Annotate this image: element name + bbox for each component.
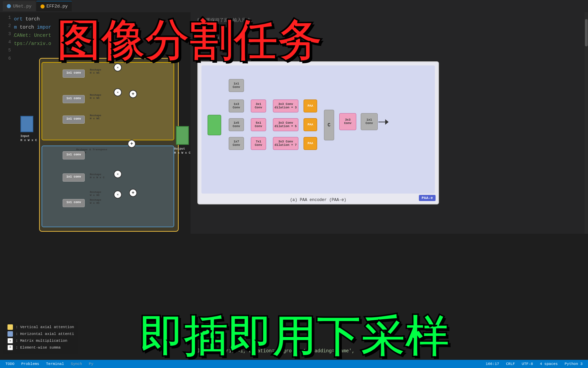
- scrollbar[interactable]: [585, 12, 588, 234]
- status-crlf: CRLF: [506, 362, 515, 366]
- paa-5x1-conv: 5x1Conv: [251, 118, 266, 131]
- status-python: Python 3: [565, 362, 583, 366]
- legend-color-yellow: [7, 324, 13, 330]
- status-right: 166:17 CRLF UTF-8 4 spaces Python 3: [486, 362, 583, 366]
- code-line-2: from torch impor: [0, 23, 191, 31]
- reshape-hwc-2: ReshapeH x WC: [90, 93, 101, 99]
- legend-text-3: : Matrix multiplication: [16, 339, 67, 343]
- paa-7x1-conv: 7x1Conv: [251, 137, 266, 150]
- paa-1x1-conv-top: 1x1Conv: [229, 79, 244, 92]
- bottom-code-text: l_size, stride=1, dilation=1, groups=1, …: [197, 348, 355, 354]
- legend-color-plus: +: [7, 345, 13, 350]
- legend-item-3: ✕ : Matrix multiplication: [7, 338, 74, 343]
- code-line-4: #https://arxiv.o: [0, 40, 191, 48]
- tab-eff2d[interactable]: EFF2d.py: [36, 1, 72, 11]
- conv-box-y1: 1x1 conv: [63, 70, 85, 78]
- paa-3x1-conv-r1: 3x1Conv: [251, 99, 266, 112]
- status-utf8: UTF-8: [522, 362, 533, 366]
- diagram-main: 1x1 conv 1x1 conv 1x1 conv ReshapeH x WC…: [39, 58, 179, 232]
- conv-box-y3: 1x1 conv: [63, 116, 85, 124]
- input-label: InputH x W x C: [20, 135, 37, 142]
- paa-paa-r2: PAA: [304, 118, 317, 131]
- status-position: 166:17: [486, 362, 499, 366]
- paa-inner: 1x1Conv 1x3Conv 3x1Conv 3x3 Convdilation…: [201, 65, 435, 194]
- legend-item-1: : Vertical axial attention: [7, 324, 74, 330]
- paa-1x3-conv: 1x3Conv: [229, 99, 244, 112]
- paa-3x3-dil3: 3x3 Convdilation = 3: [273, 99, 298, 112]
- paa-caption: (a) PAA encoder (PAA-e): [198, 198, 438, 202]
- paa-1x5-conv: 1x5Conv: [229, 118, 244, 131]
- section-yellow: 1x1 conv 1x1 conv 1x1 conv ReshapeH x WC…: [42, 62, 174, 140]
- status-bar: TODO Problems Terminal Synch Py 166:17 C…: [0, 360, 588, 368]
- tab-unet-icon: [7, 4, 11, 8]
- conv-box-b1: 1x1 conv: [63, 151, 85, 159]
- conv-box-b2: 1x1 conv: [63, 173, 85, 182]
- scrollbar-thumb[interactable]: [585, 19, 588, 46]
- line-numbers: 1 2 3 4 5 6: [0, 12, 14, 67]
- tab-eff2d-label: EFF2d.py: [47, 4, 68, 9]
- legend-item-4: + : Element-wise summa: [7, 345, 74, 350]
- diagram-left: 1x1 conv 1x1 conv 1x1 conv ReshapeH x WC…: [19, 58, 185, 242]
- reshape-b3: ReshapeW x HC: [90, 198, 101, 204]
- status-py: Py: [89, 362, 93, 366]
- paa-diagram: 1x1Conv 1x3Conv 3x1Conv 3x3 Convdilation…: [197, 61, 439, 204]
- status-spaces: 4 spaces: [540, 362, 558, 366]
- op-plus-b1: +: [129, 189, 137, 197]
- op-x-b1: ✕: [114, 170, 122, 178]
- output-cube: [176, 126, 189, 145]
- reshape-hwc-1: ReshapeH x WC: [90, 68, 101, 74]
- op-plus-center: +: [128, 140, 136, 148]
- legend-text-2: : Horizontal axial attenti: [16, 332, 74, 336]
- reshape-hwc-3: ReshapeH x WC: [90, 114, 101, 120]
- paa-1x7-conv: 1x7Conv: [229, 137, 244, 150]
- bottom-code-line: l_size, stride=1, dilation=1, groups=1, …: [191, 346, 588, 356]
- input-cube: [20, 116, 33, 132]
- legend-color-blue: [7, 331, 13, 337]
- keyword-impor: impor: [37, 25, 51, 30]
- status-todo[interactable]: TODO: [5, 362, 14, 366]
- output-label: OutputH x W x C: [174, 147, 191, 155]
- tab-unet-label: UNet.py: [13, 4, 32, 9]
- paa-3x3-conv-out: 3x3Conv: [339, 113, 356, 130]
- code-line-1: import torch: [0, 15, 191, 23]
- code-from-torch: torch: [17, 25, 37, 30]
- code-line-3: #UACANet: Uncert: [0, 31, 191, 40]
- paa-input: [208, 115, 221, 135]
- op-plus-1: +: [129, 90, 137, 98]
- reshape-b1: ReshapeH x W x C: [90, 173, 104, 179]
- reshape-b2: ReshapeW x HC: [90, 190, 101, 197]
- legend-text-4: : Element-wise summa: [16, 346, 61, 350]
- paa-paa-r3: PAA: [304, 137, 317, 150]
- status-problems[interactable]: Problems: [21, 362, 39, 366]
- conv-box-y2: 1x1 conv: [63, 95, 85, 103]
- legend-text-1: : Vertical axial attention: [16, 325, 74, 329]
- legend-item-2: : Horizontal axial attenti: [7, 331, 74, 337]
- paa-paa-r1: PAA: [304, 99, 317, 112]
- paa-out-arrowhead: [385, 119, 389, 125]
- paa-concat-c: C: [324, 110, 334, 140]
- op-x-b2: ✕: [114, 190, 122, 199]
- code-torch: torch: [22, 16, 39, 22]
- legend-color-x: ✕: [7, 338, 13, 343]
- op-x-2: ✕: [114, 88, 122, 96]
- paa-3x3-dil7: 3x3 Convdilation = 7: [273, 137, 298, 150]
- status-synch: Synch: [71, 362, 82, 366]
- status-terminal[interactable]: Terminal: [46, 362, 64, 366]
- op-x-1: ✕: [114, 63, 122, 72]
- tab-eff2d-icon: [40, 4, 45, 9]
- paa-1x1-conv-out: 1x1Conv: [361, 113, 378, 130]
- paa-3x3-dil5: 3x3 Convdilation = 5: [273, 118, 298, 131]
- section-blue: Reshape & TransposeHC x W 1x1 conv 1x1 c…: [42, 145, 174, 227]
- conv-box-b3: 1x1 conv: [63, 199, 85, 207]
- tab-unet[interactable]: UNet.py: [3, 1, 36, 11]
- tab-bar: UNet.py EFF2d.py: [0, 0, 588, 12]
- legend: : Vertical axial attention : Horizontal …: [3, 322, 78, 354]
